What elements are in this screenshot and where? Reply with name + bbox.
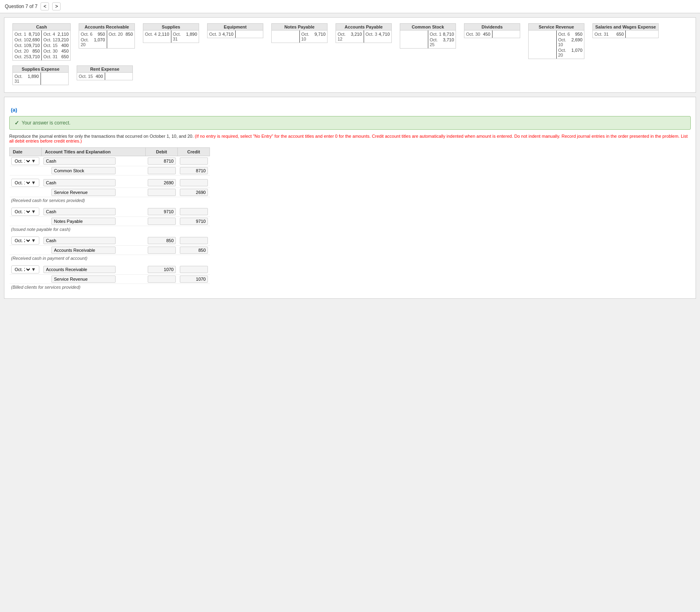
amount-label: 450 [483, 32, 490, 37]
date-select-wrapper[interactable]: Oct. 10 ▼ [11, 179, 39, 187]
debit-input[interactable] [148, 247, 176, 254]
date-label: Oct. 6 [81, 32, 92, 37]
credit-input[interactable] [180, 167, 208, 174]
credit-input[interactable] [180, 189, 208, 196]
account-input[interactable] [51, 189, 116, 196]
account-cell [42, 178, 146, 188]
account-cell [42, 274, 146, 284]
account-input[interactable] [43, 266, 116, 273]
t-account-right: Oct. 18,710Oct. 253,710 [428, 31, 456, 48]
t-account-dividends: DividendsOct. 30450 [464, 23, 520, 38]
debit-input[interactable] [148, 157, 176, 165]
amount-label: 3,210 [351, 32, 362, 41]
amount-label: 2,110 [57, 32, 69, 37]
date-select[interactable]: Oct. 20 [13, 267, 31, 272]
debit-input[interactable] [148, 237, 176, 244]
left-row: Oct. 20850 [14, 48, 40, 54]
date-select[interactable]: Oct. 10 [13, 209, 31, 214]
amount-label: 9,710 [28, 43, 40, 48]
right-row: Oct. 18,710 [430, 31, 454, 37]
credit-input[interactable] [180, 218, 208, 225]
credit-input[interactable] [180, 157, 208, 165]
left-row: Oct. 102,690 [14, 37, 40, 43]
account-input[interactable] [43, 237, 116, 244]
left-row: Oct. 30450 [466, 31, 490, 37]
debit-input[interactable] [148, 189, 176, 196]
date-label: Oct. 4 [145, 32, 157, 37]
next-button[interactable]: > [52, 2, 61, 10]
date-label: Oct. 20 [14, 49, 28, 53]
date-label: Oct. 25 [430, 37, 443, 47]
credit-input[interactable] [180, 179, 208, 186]
t-account-cash: CashOct. 18,710Oct. 102,690Oct. 109,710O… [12, 23, 71, 61]
t-account-body: Oct. 15400 [77, 73, 133, 80]
t-account-left: Oct. 123,210 [336, 31, 364, 43]
t-account-body: Oct. 311,890 [12, 73, 69, 85]
account-input[interactable] [51, 247, 116, 254]
amount-label: 850 [33, 49, 40, 53]
date-label: Oct. 3 [209, 32, 221, 37]
account-cell [42, 236, 146, 246]
credit-input[interactable] [180, 266, 208, 273]
date-select-wrapper[interactable]: Oct. 1 ▼ [11, 157, 39, 165]
amount-label: 4,710 [222, 32, 234, 37]
debit-input[interactable] [148, 208, 176, 215]
credit-input[interactable] [180, 208, 208, 215]
debit-input[interactable] [148, 179, 176, 186]
credit-input[interactable] [180, 247, 208, 254]
account-input[interactable] [51, 167, 116, 174]
account-input[interactable] [43, 157, 116, 165]
date-label: Oct. 15 [79, 74, 93, 79]
t-account-right: Oct. 109,710 [300, 31, 328, 43]
t-account-left [272, 31, 300, 43]
date-cell: Oct. 10 ▼ [10, 178, 42, 188]
debit-input[interactable] [148, 266, 176, 273]
date-label: Oct. 31 [43, 54, 57, 59]
note-row: (Issued note payable for cash) [10, 226, 210, 233]
journal-row: Oct. 20 ▼ [10, 265, 210, 275]
debit-input[interactable] [148, 218, 176, 225]
credit-input[interactable] [180, 275, 208, 283]
note-text: (Billed clients for services provided) [10, 284, 210, 291]
t-account-right [41, 73, 69, 85]
debit-input[interactable] [148, 167, 176, 174]
t-account-right: Oct. 6950Oct. 102,690Oct. 201,070 [557, 31, 584, 59]
t-account-body: Oct. 6950Oct. 102,690Oct. 201,070 [528, 31, 584, 59]
account-input[interactable] [51, 218, 116, 225]
right-row: Oct. 311,890 [173, 31, 197, 42]
journal-row [10, 166, 210, 175]
date-select-wrapper[interactable]: Oct. 10 ▼ [11, 208, 39, 216]
t-account-title: Equipment [207, 23, 263, 31]
debit-input[interactable] [148, 275, 176, 283]
prev-button[interactable]: < [41, 2, 49, 10]
credit-input[interactable] [180, 237, 208, 244]
journal-row: Oct. 10 ▼ [10, 178, 210, 188]
date-select[interactable]: Oct. 1 [13, 158, 31, 164]
date-select-wrapper[interactable]: Oct. 20 ▼ [11, 237, 39, 245]
amount-label: 9,710 [314, 32, 326, 41]
account-input[interactable] [43, 208, 116, 215]
t-account-right: Oct. 42,110Oct. 123,210Oct. 15400Oct. 30… [42, 31, 70, 60]
date-select-wrapper[interactable]: Oct. 20 ▼ [11, 265, 39, 273]
t-account-accounts-receivable: Accounts ReceivableOct. 6950Oct. 201,070… [79, 23, 135, 49]
date-cell: Oct. 20 ▼ [10, 265, 42, 275]
t-account-left: Oct. 42,110 [143, 31, 171, 43]
amount-label: 450 [61, 49, 69, 53]
date-select[interactable]: Oct. 10 [13, 180, 31, 186]
amount-label: 3,710 [443, 37, 454, 47]
date-select[interactable]: Oct. 20 [13, 238, 31, 243]
credit-cell [178, 216, 210, 226]
left-row: Oct. 109,710 [14, 43, 40, 48]
left-row: Oct. 31650 [594, 31, 624, 37]
amount-label: 8,710 [443, 32, 454, 37]
account-input[interactable] [43, 179, 116, 186]
account-input[interactable] [51, 275, 116, 283]
t-account-left: Oct. 311,890 [13, 73, 41, 85]
t-account-left: Oct. 18,710Oct. 102,690Oct. 109,710Oct. … [13, 31, 42, 60]
date-label: Oct. 3 [366, 32, 377, 37]
date-label: Oct. 6 [558, 32, 570, 37]
date-label: Oct. 20 [558, 48, 572, 57]
chevron-down-icon: ▼ [31, 209, 36, 214]
t-account-body: Oct. 31650 [592, 31, 659, 38]
t-account-title: Notes Payable [271, 23, 328, 31]
